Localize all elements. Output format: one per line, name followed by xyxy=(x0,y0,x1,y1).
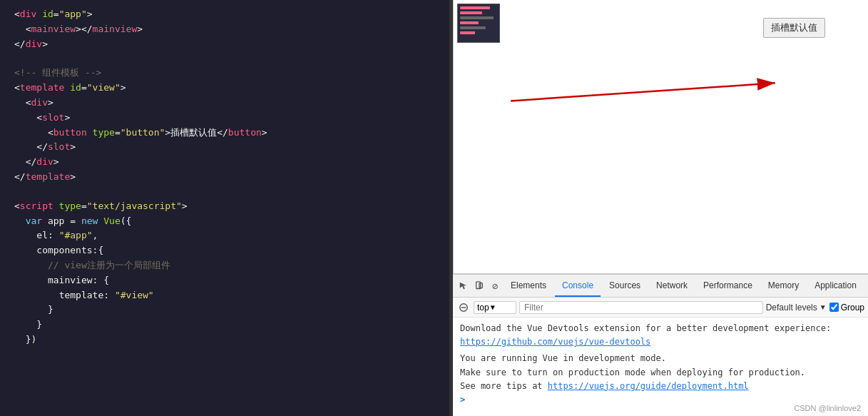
group-checkbox-input[interactable] xyxy=(829,303,839,312)
code-line: <mainview></mainview> xyxy=(0,22,449,37)
tab-application[interactable]: Application xyxy=(807,275,864,297)
code-line: <!-- 组件模板 --> xyxy=(0,66,449,81)
code-line: template: "#view" xyxy=(0,288,449,303)
slot-default-button[interactable]: 插槽默认值 xyxy=(763,18,825,38)
context-selector[interactable]: top ▼ xyxy=(474,301,516,314)
inspect-icon[interactable] xyxy=(456,279,471,293)
code-line: } xyxy=(0,303,449,318)
code-line: <div> xyxy=(0,96,449,111)
code-line: <slot> xyxy=(0,111,449,126)
code-line: }) xyxy=(0,333,449,347)
console-message: Make sure to turn on production mode whe… xyxy=(460,366,861,380)
tab-performance[interactable]: Performance xyxy=(696,275,760,297)
code-line: </slot> xyxy=(0,140,449,155)
code-line: // view注册为一个局部组件 xyxy=(0,258,449,273)
devtools-tabs: ⊘ Elements Console Sources Network Perfo… xyxy=(453,275,868,298)
tab-console[interactable]: Console xyxy=(555,275,601,297)
code-editor: <div id="app"> <mainview></mainview> </d… xyxy=(0,0,449,416)
code-line: </div> xyxy=(0,37,449,52)
right-panel: 插槽默认值 xyxy=(453,0,868,416)
default-levels-dropdown[interactable]: Default levels ▼ xyxy=(766,303,827,313)
arrow-annotation xyxy=(454,0,868,273)
console-message: See more tips at https://vuejs.org/guide… xyxy=(460,380,861,393)
csdn-watermark: CSDN @linlinlove2 xyxy=(794,404,861,412)
code-line: <div id="app"> xyxy=(0,7,449,22)
code-line xyxy=(0,51,449,66)
code-line: <button type="button">插槽默认值</button> xyxy=(0,126,449,141)
devtools-panel: ⊘ Elements Console Sources Network Perfo… xyxy=(453,273,868,416)
responsive-icon[interactable] xyxy=(472,279,486,293)
tab-network[interactable]: Network xyxy=(649,275,695,297)
code-line: mainview: { xyxy=(0,273,449,288)
tab-sources[interactable]: Sources xyxy=(602,275,648,297)
code-line: el: "#app", xyxy=(0,228,449,243)
code-line: } xyxy=(0,318,449,333)
browser-preview: 插槽默认值 xyxy=(453,0,868,273)
console-message: You are running Vue in development mode. xyxy=(460,352,861,365)
code-line: var app = new Vue({ xyxy=(0,214,449,229)
console-message: Download the Vue Devtools extension for … xyxy=(460,322,861,335)
code-line: <script type="text/javascript"> xyxy=(0,199,449,214)
tab-elements[interactable]: Elements xyxy=(504,275,553,297)
group-checkbox[interactable]: Group xyxy=(829,303,864,313)
tab-memory[interactable]: Memory xyxy=(761,275,806,297)
code-line: <template id="view"> xyxy=(0,81,449,96)
console-message-link[interactable]: https://github.com/vuejs/vue-devtools xyxy=(460,335,861,349)
code-line xyxy=(0,185,449,199)
console-toolbar: top ▼ Default levels ▼ Group xyxy=(453,298,868,318)
clear-console-icon[interactable] xyxy=(456,300,471,315)
svg-line-1 xyxy=(511,83,775,101)
code-line: </template> xyxy=(0,170,449,185)
console-filter-input[interactable] xyxy=(519,301,763,314)
block-icon[interactable]: ⊘ xyxy=(488,279,502,293)
code-thumbnail xyxy=(457,4,500,43)
code-line: components:{ xyxy=(0,243,449,258)
console-output: Download the Vue Devtools extension for … xyxy=(453,318,868,416)
code-line: </div> xyxy=(0,155,449,170)
